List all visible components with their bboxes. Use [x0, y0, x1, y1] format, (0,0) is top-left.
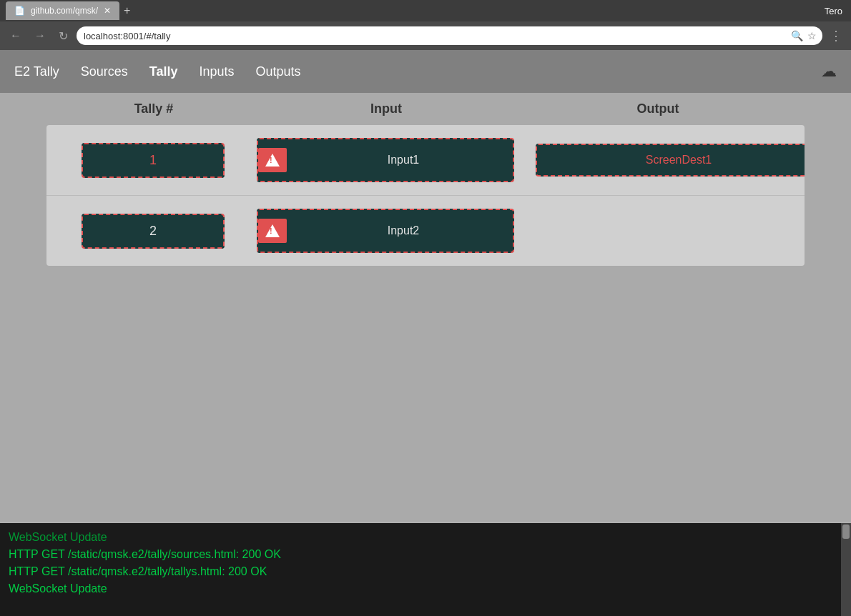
terminal-line-4: WebSocket Update: [9, 580, 832, 597]
browser-menu-button[interactable]: ⋮: [827, 25, 845, 46]
user-label: Tero: [825, 6, 845, 16]
terminal-line-1: WebSocket Update: [9, 529, 832, 546]
col-tally-header: Tally #: [57, 101, 250, 116]
tally-input-cell-2: Input2: [257, 209, 528, 253]
browser-tab[interactable]: 📄 github.com/qmsk/ ✕: [6, 1, 119, 20]
tally-num-cell-1: 1: [56, 143, 250, 178]
col-output-header: Output: [522, 101, 794, 116]
address-input[interactable]: [77, 26, 822, 45]
tally-output-button-1[interactable]: ScreenDest1: [536, 144, 805, 177]
page-nav: E2 Tally Sources Tally Inputs Outputs ☁: [0, 50, 851, 93]
terminal-output: WebSocket Update HTTP GET /static/qmsk.e…: [0, 523, 841, 616]
warning-triangle-1: [265, 154, 280, 167]
terminal-scrollbar[interactable]: [841, 523, 851, 616]
tally-input-cell-1: Input1: [257, 138, 528, 182]
input-label-2: Input2: [294, 224, 513, 237]
new-tab-button[interactable]: +: [119, 4, 134, 17]
nav-tally[interactable]: Tally: [149, 64, 178, 79]
address-bar-row: ← → ↻ 🔍 ☆ ⋮: [0, 21, 851, 50]
nav-brand: E2 Tally: [14, 64, 59, 79]
nav-sources[interactable]: Sources: [81, 64, 128, 79]
tab-favicon: 📄: [14, 6, 25, 16]
tab-title: github.com/qmsk/: [31, 6, 98, 16]
tally-input-button-1[interactable]: Input1: [257, 138, 514, 182]
cloud-icon[interactable]: ☁: [821, 62, 837, 81]
table-row: 1 Input1 ScreenDest1: [46, 125, 805, 196]
terminal-panel: WebSocket Update HTTP GET /static/qmsk.e…: [0, 523, 851, 616]
nav-inputs[interactable]: Inputs: [199, 64, 234, 79]
browser-chrome: 📄 github.com/qmsk/ ✕ + Tero: [0, 0, 851, 21]
tab-bar: 📄 github.com/qmsk/ ✕ +: [6, 0, 134, 21]
tally-input-button-2[interactable]: Input2: [257, 209, 514, 253]
col-input-header: Input: [250, 101, 522, 116]
warning-icon-2: [258, 219, 287, 243]
tally-num-button-2[interactable]: 2: [82, 214, 225, 249]
address-icons: 🔍 ☆: [791, 30, 817, 41]
tally-output-cell-1: ScreenDest1: [536, 144, 805, 177]
tally-num-cell-2: 2: [56, 214, 250, 249]
forward-button[interactable]: →: [30, 26, 50, 45]
tally-table: 1 Input1 ScreenDest1 2: [46, 125, 805, 266]
star-icon[interactable]: ☆: [807, 30, 817, 41]
refresh-button[interactable]: ↻: [54, 26, 72, 46]
warning-icon-1: [258, 148, 287, 172]
terminal-line-2: HTTP GET /static/qmsk.e2/tally/sources.h…: [9, 546, 832, 563]
terminal-line-3: HTTP GET /static/qmsk.e2/tally/tallys.ht…: [9, 563, 832, 580]
warning-triangle-2: [265, 224, 280, 237]
table-header: Tally # Input Output: [0, 93, 851, 125]
tally-num-button-1[interactable]: 1: [82, 143, 225, 178]
search-icon[interactable]: 🔍: [791, 30, 803, 41]
back-button[interactable]: ←: [6, 26, 26, 45]
tab-close-button[interactable]: ✕: [104, 6, 111, 16]
table-row: 2 Input2: [46, 196, 805, 266]
main-content: Tally # Input Output 1 Input1 ScreenDest…: [0, 93, 851, 522]
address-bar-wrap: 🔍 ☆: [77, 26, 822, 45]
scrollbar-thumb: [842, 525, 850, 539]
input-label-1: Input1: [294, 154, 513, 167]
nav-outputs[interactable]: Outputs: [255, 64, 300, 79]
